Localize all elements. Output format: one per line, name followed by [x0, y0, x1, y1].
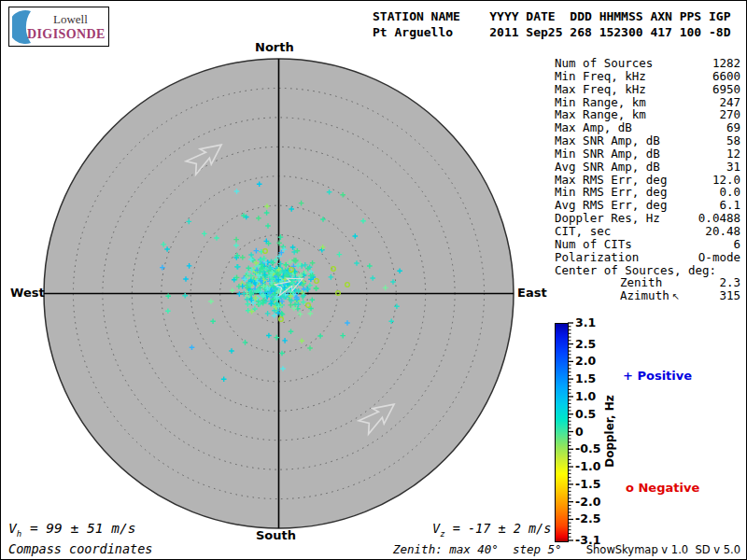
vh-value: = 99 ± 51 m/s: [21, 521, 135, 536]
stat-value: 6950: [712, 83, 740, 96]
stat-value: 2.3: [719, 276, 740, 289]
plus-marker-icon: +: [623, 369, 633, 383]
colorbar-tick-label: 1.0: [575, 389, 596, 403]
stat-label: Polarization: [555, 251, 639, 264]
azimuth-direction-nw-arrow-icon: ↖: [669, 291, 681, 301]
stat-label: Max Amp, dB: [555, 121, 632, 134]
legend-negative-label: Negative: [638, 481, 699, 495]
colorbar-tick-label: -2.5: [575, 511, 600, 525]
stat-value: 315: [719, 289, 740, 303]
stat-label: Min SNR Amp, dB: [555, 147, 660, 161]
stat-row: Center of Sources, deg:: [555, 264, 740, 277]
legend-negative: o Negative: [626, 481, 699, 495]
stat-row: Min Freq, kHz6600: [555, 70, 740, 83]
measurement-stats-panel: Num of Sources1282Min Freq, kHz6600Max F…: [555, 57, 740, 303]
stat-label: Num of Sources: [555, 57, 653, 70]
stat-row: Avg RMS Err, deg6.1: [555, 199, 740, 212]
header-values: Pt Arguello 2011 Sep25 268 152300 417 10…: [373, 25, 731, 39]
station-header: STATION NAME YYYY DATE DDD HHMMSS AXN PP…: [373, 8, 731, 40]
stat-value: 69: [726, 121, 740, 134]
stat-label: Min Freq, kHz: [555, 70, 646, 83]
compass-label-north: North: [255, 40, 294, 54]
stat-label: Center of Sources, deg:: [555, 264, 716, 277]
stat-row: Min SNR Amp, dB12: [555, 147, 740, 161]
stat-value: 1282: [712, 57, 740, 70]
software-version: ShowSkymap v 1.0 SD v 5.0: [586, 543, 740, 556]
stat-row: PolarizationO-mode: [555, 251, 740, 264]
compass-label-east: East: [517, 286, 547, 300]
stat-label: Doppler Res, Hz: [555, 212, 660, 225]
colorbar-tick-label: 0.5: [575, 407, 596, 421]
stat-value: O-mode: [698, 251, 740, 264]
colorbar-tick-label: 2.0: [575, 354, 596, 368]
colorbar-tick-label: -1.5: [575, 477, 600, 491]
stat-label: Min RMS Err, deg: [555, 186, 667, 199]
legend-positive: + Positive: [623, 369, 692, 383]
colorbar-tick-label: 1.5: [575, 371, 596, 385]
header-columns: STATION NAME YYYY DATE DDD HHMMSS AXN PP…: [373, 9, 731, 23]
stat-value: 58: [726, 134, 740, 147]
stat-value: 0.0488: [698, 212, 740, 225]
zenith-scale-note: Zenith: max 40° step 5°: [393, 542, 562, 556]
stat-label: Max SNR Amp, dB: [555, 134, 660, 147]
stat-row: Max Range, km270: [555, 108, 740, 121]
stat-label: Max Freq, kHz: [555, 83, 646, 96]
coordinate-system-note: Compass coordinates: [8, 541, 152, 556]
stat-row: Max SNR Amp, dB58: [555, 134, 740, 147]
stat-row: Avg SNR Amp, dB31: [555, 161, 740, 174]
brand-digisonde: DIGISONDE: [27, 27, 106, 42]
doppler-colorbar: [555, 323, 569, 542]
stat-row: Max Freq, kHz6950: [555, 83, 740, 96]
stat-label: Avg SNR Amp, dB: [555, 161, 660, 174]
lowell-digisonde-logo: Lowell DIGISONDE: [8, 7, 109, 47]
stat-row: CIT, sec20.48: [555, 225, 740, 238]
legend-positive-label: Positive: [637, 369, 692, 383]
stat-value: 6.1: [719, 199, 740, 212]
stat-label: CIT, sec: [555, 225, 611, 238]
colorbar-tick-label: 2.5: [575, 337, 596, 351]
stat-row: Min RMS Err, deg0.0: [555, 186, 740, 199]
vz-value: = -17 ± 2 m/s: [445, 521, 552, 536]
stat-value: 12.0: [712, 174, 740, 187]
compass-label-west: West: [10, 286, 45, 300]
stat-label: Num of CITs: [555, 238, 632, 251]
vh-symbol: V: [8, 521, 17, 536]
stat-value: 0.0: [719, 186, 740, 199]
vertical-velocity-readout: Vz = -17 ± 2 m/s: [432, 521, 551, 539]
vz-symbol: V: [432, 521, 440, 536]
colorbar-tick-label: -0.5: [575, 441, 600, 455]
stat-label: Max RMS Err, deg: [555, 174, 667, 187]
stat-value: 31: [726, 161, 740, 174]
stat-label: Azimuth ↖: [555, 289, 680, 303]
colorbar-axis-label: Doppler, Hz: [603, 395, 616, 468]
stat-row: Zenith2.3: [555, 276, 740, 289]
colorbar-tick-label: 0: [575, 425, 584, 439]
brand-lowell: Lowell: [53, 12, 88, 27]
stat-value: 20.48: [705, 225, 740, 238]
stat-row: Doppler Res, Hz0.0488: [555, 212, 740, 225]
stat-value: 247: [719, 96, 740, 109]
stat-label: Zenith: [555, 276, 662, 289]
stat-label: Avg RMS Err, deg: [555, 199, 667, 212]
skymap-window: Lowell DIGISONDE STATION NAME YYYY DATE …: [0, 0, 747, 560]
stat-row: Num of CITs6: [555, 238, 740, 251]
stat-row: Azimuth ↖315: [555, 289, 740, 303]
stat-row: Max RMS Err, deg12.0: [555, 174, 740, 187]
stat-label: Max Range, km: [555, 108, 646, 121]
stat-row: Min Range, km247: [555, 96, 740, 109]
stat-row: Num of Sources1282: [555, 57, 740, 70]
horizontal-velocity-readout: Vh = 99 ± 51 m/s: [8, 521, 135, 539]
stat-value: 12: [726, 147, 740, 161]
stat-label: Min Range, km: [555, 96, 646, 109]
colorbar-tick-label: 3.1: [575, 315, 596, 329]
circle-marker-icon: o: [626, 481, 634, 495]
stat-value: 6600: [712, 70, 740, 83]
stat-value: 6: [733, 238, 740, 251]
colorbar-tick-label: -1.0: [575, 459, 600, 473]
compass-label-south: South: [256, 528, 296, 542]
colorbar-tick-label: -2.0: [575, 495, 600, 509]
stat-value: 270: [719, 108, 740, 121]
stat-row: Max Amp, dB69: [555, 121, 740, 134]
